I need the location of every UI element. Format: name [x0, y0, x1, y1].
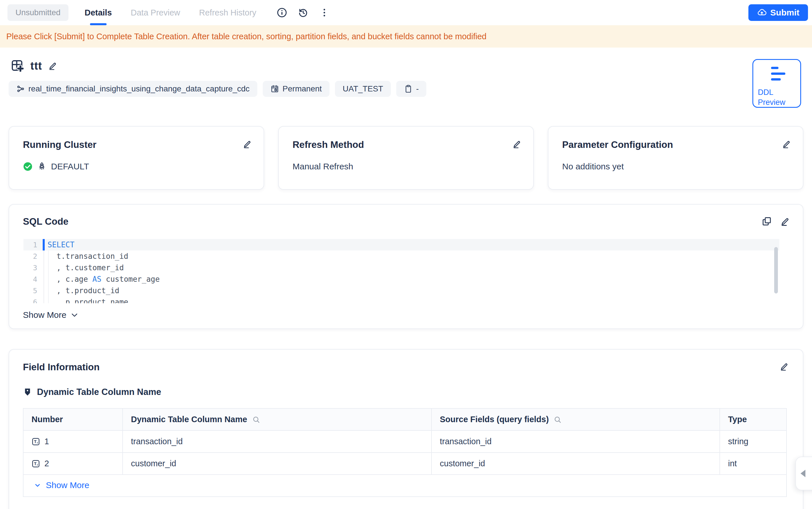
tags-row: real_time_financial_insights_using_chang…	[9, 81, 426, 97]
copy-icon[interactable]	[762, 216, 772, 227]
col-number: Number	[23, 408, 122, 431]
show-more-row: Show More	[23, 475, 786, 497]
collapse-panel-handle[interactable]	[796, 456, 812, 490]
edit-field-information-button[interactable]	[779, 362, 789, 371]
code-line: 3 , t.customer_id	[24, 262, 779, 273]
tag-icon	[23, 387, 32, 397]
tab-data-preview[interactable]: Data Preview	[131, 0, 180, 25]
submit-button[interactable]: Submit	[748, 4, 808, 21]
environment-chip: UAT_TEST	[335, 81, 391, 97]
main-content: ttt real_time_financial_insights_using_c…	[0, 59, 812, 509]
code-line: 5 , t.product_id	[24, 285, 779, 296]
ddl-preview-button[interactable]: DDL Preview	[752, 59, 801, 108]
triangle-left-icon	[801, 470, 805, 477]
pencil-icon	[242, 139, 252, 149]
sql-code-card: SQL Code 1 SELECT 2 t.transaction_id 3	[9, 204, 803, 329]
tab-details[interactable]: Details	[84, 0, 112, 25]
ddl-lines-icon	[771, 67, 798, 80]
status-badge: Unsubmitted	[7, 4, 68, 21]
field-type-icon: T	[32, 437, 40, 446]
sql-show-more-button[interactable]: Show More	[23, 310, 78, 320]
edit-refresh-method-button[interactable]	[512, 139, 522, 149]
warning-banner: Please Click [Submit] to Complete Table …	[0, 25, 812, 47]
svg-text:T: T	[34, 462, 37, 466]
code-line: 1 SELECT	[24, 239, 779, 250]
table-row: T 1 transaction_id transaction_id string	[23, 431, 786, 452]
code-line: 2 t.transaction_id	[24, 250, 779, 262]
field-table: Number Dynamic Table Column Name Source …	[23, 408, 787, 497]
edit-title-button[interactable]	[48, 61, 58, 71]
running-cluster-value: DEFAULT	[51, 162, 89, 171]
tab-bar: Details Data Preview Refresh History	[84, 0, 275, 25]
table-header-row: Number Dynamic Table Column Name Source …	[23, 408, 786, 431]
pencil-icon	[512, 139, 522, 149]
clipboard-icon	[404, 84, 413, 93]
table-row: T 2 customer_id customer_id int	[23, 452, 786, 475]
field-type-icon: T	[32, 460, 40, 468]
table-header-block: ttt real_time_financial_insights_using_c…	[9, 59, 803, 108]
search-source-fields-icon[interactable]	[553, 415, 562, 424]
rocket-icon	[37, 162, 47, 171]
parameter-configuration-card: Parameter Configuration No additions yet	[548, 126, 803, 190]
refresh-method-value: Manual Refresh	[292, 162, 353, 171]
field-information-card: Field Information Dynamic Table Column N…	[9, 349, 803, 509]
config-cards: Running Cluster DEFAULT	[9, 126, 803, 190]
pencil-icon	[48, 61, 58, 71]
lineage-icon	[16, 84, 25, 93]
col-column-name: Dynamic Table Column Name	[122, 408, 431, 431]
card-title: Running Cluster	[23, 139, 97, 150]
card-title: Parameter Configuration	[562, 139, 673, 150]
card-title: Refresh Method	[292, 139, 364, 150]
table-show-more-button[interactable]: Show More	[34, 480, 90, 490]
pencil-icon	[779, 362, 789, 371]
edit-running-cluster-button[interactable]	[242, 139, 252, 149]
sql-code-editor: 1 SELECT 2 t.transaction_id 3 , t.custom…	[24, 239, 779, 303]
code-scrollbar[interactable]	[774, 247, 778, 294]
col-source-fields: Source Fields (query fields)	[431, 408, 720, 431]
edit-sql-icon[interactable]	[780, 216, 790, 227]
chevron-down-icon	[34, 481, 41, 489]
info-icon[interactable]	[275, 6, 288, 19]
history-icon[interactable]	[296, 6, 310, 19]
persistence-chip: Permanent	[263, 81, 329, 97]
success-check-icon	[23, 162, 33, 171]
top-bar: Unsubmitted Details Data Preview Refresh…	[0, 0, 812, 25]
table-plus-icon	[11, 59, 25, 73]
parameter-configuration-value: No additions yet	[562, 162, 624, 171]
calendar-clock-icon	[271, 84, 279, 93]
code-line: 6 , p.product_name	[24, 296, 779, 303]
edit-parameter-configuration-button[interactable]	[782, 139, 791, 149]
warning-text: Please Click [Submit] to Complete Table …	[6, 32, 487, 41]
search-column-name-icon[interactable]	[252, 415, 260, 424]
chevron-down-icon	[70, 311, 78, 319]
page-title: ttt	[30, 60, 42, 72]
running-cluster-card: Running Cluster DEFAULT	[9, 126, 264, 190]
code-line: 4 , c.age AS customer_age	[24, 273, 779, 285]
pencil-icon	[782, 139, 791, 149]
refresh-method-card: Refresh Method Manual Refresh	[278, 126, 534, 190]
kebab-menu-icon[interactable]	[318, 6, 331, 19]
col-type: Type	[720, 408, 786, 431]
sql-code-title: SQL Code	[23, 216, 68, 227]
description-chip: -	[396, 81, 426, 97]
column-name-section-heading: Dynamic Table Column Name	[23, 387, 789, 397]
field-information-title: Field Information	[23, 362, 100, 373]
tab-refresh-history[interactable]: Refresh History	[199, 0, 256, 25]
cloud-upload-icon	[757, 8, 767, 18]
schema-chip: real_time_financial_insights_using_chang…	[9, 81, 257, 97]
svg-text:T: T	[34, 439, 37, 444]
